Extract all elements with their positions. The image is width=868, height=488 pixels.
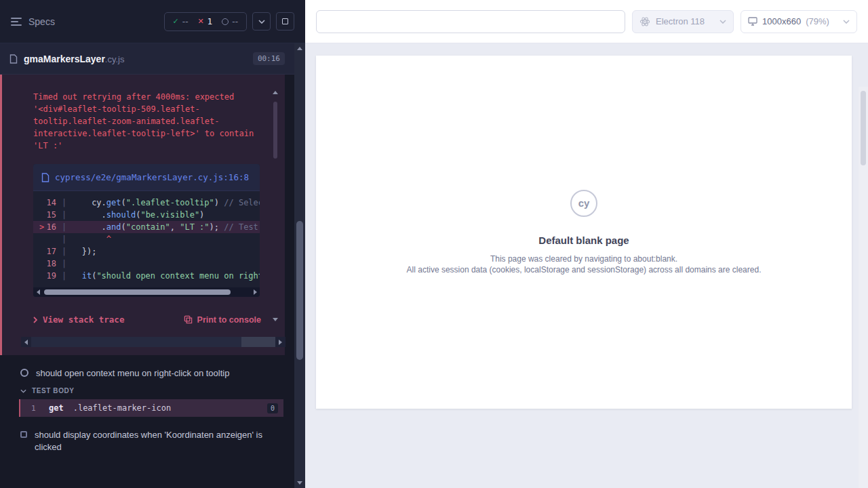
code-horizontal-scrollbar[interactable]: [33, 287, 260, 297]
stat-passed: ✓ --: [173, 17, 189, 26]
scroll-thumb[interactable]: [273, 102, 277, 159]
error-panel-horizontal-scrollbar[interactable]: [21, 337, 285, 347]
test-stats: ✓ -- ✕ 1 --: [164, 12, 247, 31]
test-item-pending[interactable]: should display coordinates when 'Koordin…: [0, 429, 294, 453]
aut-header: Electron 118 1000x660 (79%): [305, 0, 868, 43]
pending-square-icon: [20, 431, 27, 438]
scroll-down-arrow[interactable]: [273, 318, 278, 321]
fail-icon: ✕: [197, 17, 203, 26]
stat-failed: ✕ 1: [197, 17, 212, 26]
blank-page-message-1: This page was cleared by navigating to a…: [490, 253, 677, 264]
code-frame-lines: 14| cy.get(".leaflet-tooltip") // Select…: [33, 191, 260, 287]
chevron-right-icon: [33, 317, 37, 323]
code-frame: cypress/e2e/gmaMarkersLayer.cy.js:16:8 1…: [33, 164, 260, 297]
scroll-thumb[interactable]: [44, 289, 231, 295]
test-body-toggle[interactable]: TEST BODY: [0, 387, 294, 394]
command-log-entry[interactable]: 1 get .leaflet-marker-icon 0: [19, 399, 283, 417]
scroll-thumb[interactable]: [31, 337, 241, 347]
print-to-console-label: Print to console: [197, 315, 261, 325]
error-panel-vertical-scrollbar[interactable]: [271, 89, 279, 323]
command-count-badge: 0: [267, 403, 278, 413]
browser-label: Electron 118: [656, 16, 705, 26]
reporter-vertical-scrollbar[interactable]: [294, 43, 305, 488]
reporter-topbar: Specs ✓ -- ✕ 1 --: [0, 0, 305, 43]
collapse-all-button[interactable]: [252, 12, 271, 30]
code-frame-header: cypress/e2e/gmaMarkersLayer.cy.js:16:8: [33, 164, 260, 191]
blank-page-message-2: All active session data (cookies, localS…: [407, 264, 762, 275]
scroll-up-arrow[interactable]: [273, 91, 278, 94]
cypress-logo: cy: [570, 190, 597, 217]
print-to-console-button[interactable]: Print to console: [184, 315, 261, 325]
command-name: get: [49, 403, 64, 413]
spec-file-icon: [9, 54, 18, 64]
aut-canvas: cy Default blank page This page was clea…: [305, 43, 868, 488]
scroll-left-arrow[interactable]: [33, 287, 43, 297]
test-item-running[interactable]: should open context menu on right-click …: [0, 367, 294, 380]
main-vertical-scrollbar[interactable]: [859, 87, 868, 488]
reporter-sidebar: Specs ✓ -- ✕ 1 --: [0, 0, 305, 488]
view-stack-trace-link[interactable]: View stack trace: [33, 314, 124, 325]
code-line: 15| .should("be.visible"): [33, 209, 260, 221]
chevron-down-icon: [719, 20, 726, 24]
stat-failed-count: 1: [208, 17, 213, 26]
cypress-runner: Specs ✓ -- ✕ 1 --: [0, 0, 868, 488]
stat-pending-count: --: [232, 17, 238, 26]
stat-pending: --: [222, 17, 238, 26]
view-stack-trace-label: View stack trace: [43, 314, 124, 325]
code-line: 19| it("should open context menu on righ…: [33, 270, 260, 282]
scroll-track[interactable]: [31, 337, 275, 347]
stat-passed-count: --: [182, 17, 189, 26]
code-line: | ^: [33, 233, 260, 245]
code-file-icon: [41, 173, 50, 182]
aut-main-area: Electron 118 1000x660 (79%) cy Default b…: [305, 0, 868, 488]
code-line: 14| cy.get(".leaflet-tooltip") // Select: [33, 197, 260, 209]
failed-test-error-panel: Timed out retrying after 4000ms: expecte…: [0, 75, 285, 355]
scroll-right-arrow[interactable]: [250, 287, 260, 297]
code-line: 17| });: [33, 245, 260, 258]
viewport-zoom: (79%): [806, 16, 829, 26]
command-message: .leaflet-marker-icon: [73, 403, 172, 413]
stop-tests-button[interactable]: [276, 12, 294, 30]
print-icon: [184, 315, 193, 324]
scroll-thumb[interactable]: [296, 221, 303, 360]
code-line: 18|: [33, 258, 260, 270]
scroll-left-arrow[interactable]: [21, 337, 31, 347]
scroll-track[interactable]: [43, 287, 250, 297]
specs-menu-icon: [11, 17, 22, 26]
chevron-down-icon: [20, 389, 26, 393]
scroll-right-arrow[interactable]: [275, 337, 285, 347]
aut-blank-page: cy Default blank page This page was clea…: [316, 56, 852, 409]
electron-browser-icon: [639, 16, 650, 27]
scroll-down-arrow[interactable]: [297, 481, 302, 485]
chevron-down-icon: [258, 20, 265, 24]
command-number: 1: [31, 404, 41, 413]
spec-duration-badge: 00:16: [253, 52, 285, 65]
spec-name-text: gmaMarkersLayer: [24, 54, 105, 64]
pending-icon: [222, 18, 229, 25]
chevron-down-icon: [843, 20, 850, 24]
reporter-content: gmaMarkersLayer.cy.js 00:16 Timed out re…: [0, 43, 294, 453]
url-input[interactable]: [316, 10, 625, 33]
running-spinner-icon: [20, 369, 28, 377]
scroll-up-arrow[interactable]: [297, 47, 302, 50]
error-controls: View stack trace Print to console: [33, 314, 261, 325]
specs-nav-button[interactable]: Specs: [11, 16, 55, 27]
test-title: should display coordinates when 'Koordin…: [35, 429, 277, 453]
viewport-size: 1000x660: [762, 16, 801, 26]
stop-icon: [282, 18, 288, 24]
viewport-selector[interactable]: 1000x660 (79%): [741, 10, 857, 33]
test-title: should open context menu on right-click …: [36, 367, 229, 380]
code-line: >16| .and("contain", "LT :"); // Test: [33, 221, 260, 233]
check-icon: ✓: [173, 17, 179, 26]
test-body-label: TEST BODY: [32, 387, 75, 394]
spec-ext: .cy.js: [105, 54, 125, 64]
code-frame-location-link[interactable]: cypress/e2e/gmaMarkersLayer.cy.js:16:8: [55, 171, 249, 184]
scroll-thumb[interactable]: [861, 91, 866, 165]
viewport-monitor-icon: [748, 17, 757, 26]
blank-page-title: Default blank page: [538, 235, 629, 246]
spec-name: gmaMarkersLayer.cy.js: [24, 54, 125, 64]
specs-label: Specs: [28, 16, 55, 27]
error-message: Timed out retrying after 4000ms: expecte…: [33, 91, 262, 152]
browser-selector[interactable]: Electron 118: [632, 10, 734, 33]
spec-header: gmaMarkersLayer.cy.js 00:16: [0, 43, 294, 75]
